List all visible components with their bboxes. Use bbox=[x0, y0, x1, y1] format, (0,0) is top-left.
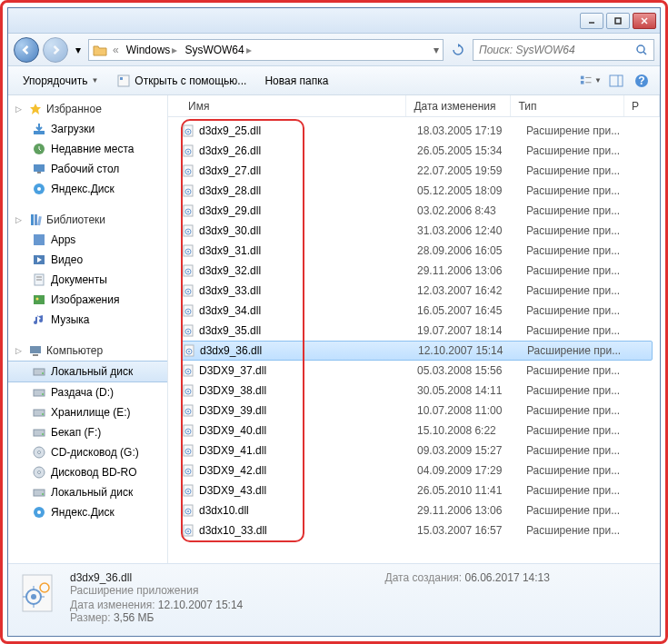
file-row[interactable]: d3dx10.dll29.11.2006 13:06Расширение при… bbox=[181, 500, 653, 520]
sidebar-item[interactable]: Локальный диск bbox=[8, 482, 167, 502]
sidebar-item[interactable]: CD-дисковод (G:) bbox=[8, 442, 167, 462]
svg-rect-19 bbox=[37, 172, 41, 173]
svg-point-39 bbox=[42, 413, 44, 415]
file-row[interactable]: d3dx9_34.dll16.05.2007 16:45Расширение п… bbox=[181, 301, 653, 321]
view-button[interactable]: ▼ bbox=[580, 70, 602, 92]
svg-point-43 bbox=[38, 451, 41, 454]
titlebar bbox=[8, 8, 660, 34]
sidebar-group[interactable]: ▷Библиотеки bbox=[8, 210, 167, 230]
new-folder-button[interactable]: Новая папка bbox=[257, 72, 335, 90]
file-list[interactable]: d3dx9_25.dll18.03.2005 17:19Расширение п… bbox=[168, 117, 660, 563]
help-button[interactable]: ? bbox=[631, 70, 653, 92]
file-row[interactable]: D3DX9_42.dll04.09.2009 17:29Расширение п… bbox=[181, 461, 653, 481]
svg-text:?: ? bbox=[638, 74, 644, 87]
file-row[interactable]: d3dx9_32.dll29.11.2006 13:06Расширение п… bbox=[181, 261, 653, 281]
column-size[interactable]: Р bbox=[624, 95, 660, 116]
forward-button[interactable] bbox=[43, 37, 68, 63]
svg-rect-1 bbox=[615, 18, 621, 24]
sidebar-item[interactable]: Документы bbox=[8, 270, 167, 290]
svg-rect-16 bbox=[34, 131, 45, 134]
sidebar-item[interactable]: Изображения bbox=[8, 290, 167, 310]
svg-rect-18 bbox=[34, 164, 45, 172]
svg-point-100 bbox=[187, 451, 189, 452]
column-name[interactable]: Имя bbox=[181, 95, 406, 116]
file-row[interactable]: D3DX9_40.dll15.10.2008 6:22Расширение пр… bbox=[181, 421, 653, 441]
svg-point-35 bbox=[42, 372, 44, 374]
file-row[interactable]: d3dx9_30.dll31.03.2006 12:40Расширение п… bbox=[181, 221, 653, 241]
organize-button[interactable]: Упорядочить▼ bbox=[15, 72, 105, 90]
breadcrumb-part[interactable]: Windows ▸ bbox=[125, 44, 180, 56]
sidebar-item[interactable]: Музыка bbox=[8, 310, 167, 330]
sidebar-item[interactable]: Видео bbox=[8, 250, 167, 270]
sidebar-group[interactable]: ▷Избранное bbox=[8, 99, 167, 119]
file-type-icon bbox=[15, 571, 59, 615]
toolbar: Упорядочить▼ Открыть с помощью... Новая … bbox=[8, 66, 660, 95]
sidebar-item[interactable]: Рабочий стол bbox=[8, 159, 167, 179]
svg-point-49 bbox=[37, 510, 41, 514]
file-row[interactable]: D3DX9_39.dll10.07.2008 11:00Расширение п… bbox=[181, 401, 653, 421]
svg-point-97 bbox=[187, 431, 189, 432]
details-modified: 12.10.2007 15:14 bbox=[158, 599, 243, 611]
file-row[interactable]: D3DX9_38.dll30.05.2008 14:11Расширение п… bbox=[181, 381, 653, 401]
open-with-button[interactable]: Открыть с помощью... bbox=[109, 71, 254, 91]
breadcrumb-part[interactable]: SysWOW64 ▸ bbox=[183, 44, 253, 56]
file-row[interactable]: d3dx9_31.dll28.09.2006 16:05Расширение п… bbox=[181, 241, 653, 261]
file-row[interactable]: d3dx9_35.dll19.07.2007 18:14Расширение п… bbox=[181, 321, 653, 341]
file-row[interactable]: d3dx9_26.dll26.05.2005 15:34Расширение п… bbox=[181, 141, 653, 161]
back-button[interactable] bbox=[14, 37, 39, 63]
svg-point-64 bbox=[187, 211, 189, 213]
file-row[interactable]: d3dx9_25.dll18.03.2005 17:19Расширение п… bbox=[181, 121, 653, 141]
address-dropdown[interactable]: ▾ bbox=[434, 44, 439, 56]
search-input[interactable] bbox=[479, 44, 632, 56]
file-row[interactable]: d3dx9_33.dll12.03.2007 16:42Расширение п… bbox=[181, 281, 653, 301]
svg-point-47 bbox=[42, 493, 44, 495]
svg-rect-7 bbox=[120, 77, 123, 80]
file-row[interactable]: d3dx9_27.dll22.07.2005 19:59Расширение п… bbox=[181, 161, 653, 181]
svg-point-58 bbox=[187, 171, 189, 173]
file-row[interactable]: d3dx9_29.dll03.02.2006 8:43Расширение пр… bbox=[181, 201, 653, 221]
sidebar-item[interactable]: Хранилище (E:) bbox=[8, 402, 167, 422]
close-button[interactable] bbox=[633, 13, 656, 29]
file-row[interactable]: D3DX9_43.dll26.05.2010 11:41Расширение п… bbox=[181, 481, 653, 500]
preview-pane-button[interactable] bbox=[605, 70, 627, 92]
refresh-button[interactable] bbox=[447, 39, 469, 61]
file-row[interactable]: D3DX9_37.dll05.03.2008 15:56Расширение п… bbox=[181, 361, 653, 381]
svg-rect-9 bbox=[581, 81, 584, 84]
sidebar-item[interactable]: Apps bbox=[8, 230, 167, 250]
details-filetype: Расширение приложения bbox=[70, 584, 338, 597]
column-type[interactable]: Тип bbox=[511, 95, 624, 116]
sidebar-item[interactable]: Загрузки bbox=[8, 119, 167, 139]
svg-rect-23 bbox=[35, 214, 37, 225]
file-row[interactable]: d3dx10_33.dll15.03.2007 16:57Расширение … bbox=[181, 520, 653, 540]
sidebar-item[interactable]: Недавние места bbox=[8, 139, 167, 159]
details-created: 06.06.2017 14:13 bbox=[465, 571, 550, 584]
svg-point-103 bbox=[187, 471, 189, 472]
svg-point-91 bbox=[187, 391, 189, 392]
address-bar[interactable]: « Windows ▸ SysWOW64 ▸ ▾ bbox=[88, 39, 444, 61]
svg-point-45 bbox=[38, 471, 41, 474]
sidebar-item[interactable]: Яндекс.Диск bbox=[8, 179, 167, 199]
svg-point-41 bbox=[42, 433, 44, 435]
search-icon bbox=[635, 44, 648, 56]
search-box[interactable] bbox=[473, 39, 654, 61]
breadcrumb-sep[interactable]: « bbox=[111, 44, 121, 56]
sidebar-item[interactable]: Дисковод BD-RO bbox=[8, 462, 167, 482]
sidebar-item[interactable]: Раздача (D:) bbox=[8, 382, 167, 402]
svg-point-94 bbox=[187, 411, 189, 412]
svg-point-55 bbox=[187, 151, 189, 153]
file-row[interactable]: d3dx9_36.dll12.10.2007 15:14Расширение п… bbox=[181, 341, 653, 361]
file-row[interactable]: d3dx9_28.dll05.12.2005 18:09Расширение п… bbox=[181, 181, 653, 201]
column-date[interactable]: Дата изменения bbox=[406, 95, 511, 116]
sidebar-item[interactable]: Бекап (F:) bbox=[8, 422, 167, 442]
column-headers: Имя Дата изменения Тип Р bbox=[168, 95, 660, 117]
file-row[interactable]: D3DX9_41.dll09.03.2009 15:27Расширение п… bbox=[181, 441, 653, 461]
sidebar-group[interactable]: ▷Компьютер bbox=[8, 341, 167, 361]
minimize-button[interactable] bbox=[580, 13, 603, 29]
details-size: 3,56 МБ bbox=[114, 611, 155, 624]
sidebar-item[interactable]: Локальный диск bbox=[8, 361, 167, 382]
history-dropdown[interactable]: ▾ bbox=[72, 37, 85, 63]
app-icon bbox=[116, 74, 131, 88]
maximize-button[interactable] bbox=[606, 13, 630, 29]
svg-point-52 bbox=[187, 131, 189, 133]
sidebar-item[interactable]: Яндекс.Диск bbox=[8, 502, 167, 522]
